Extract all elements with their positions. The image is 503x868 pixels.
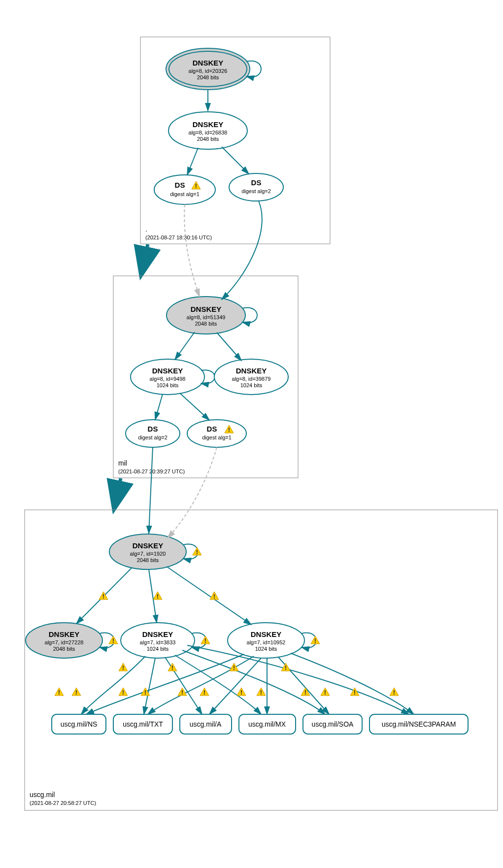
svg-text:digest alg=2: digest alg=2: [138, 434, 168, 440]
zone-root-ts: (2021-08-27 18:30:16 UTC): [145, 234, 212, 240]
svg-text:alg=8, id=9498: alg=8, id=9498: [150, 376, 186, 382]
svg-text:DNSKEY: DNSKEY: [251, 630, 282, 638]
svg-text:alg=8, id=39879: alg=8, id=39879: [232, 376, 271, 382]
node-root-ds1: [154, 175, 215, 204]
svg-text:DNSKEY: DNSKEY: [142, 630, 173, 638]
svg-text:alg=7, id=27228: alg=7, id=27228: [45, 639, 84, 645]
svg-text:DNSKEY: DNSKEY: [49, 630, 80, 638]
warning-icon: [210, 592, 219, 600]
record-soa: uscg.mil/SOA: [303, 714, 362, 734]
svg-text:DNSKEY: DNSKEY: [193, 120, 224, 129]
node-mil-ds2: [187, 420, 246, 447]
svg-text:alg=7, id=1920: alg=7, id=1920: [130, 551, 166, 557]
zone-uscg-name: uscg.mil: [30, 791, 55, 799]
svg-text:DNSKEY: DNSKEY: [191, 305, 222, 313]
record-txt: uscg.mil/TXT: [113, 714, 172, 734]
svg-text:DS: DS: [251, 178, 262, 187]
record-nsec: uscg.mil/NSEC3PARAM: [369, 714, 468, 734]
warning-icon: [55, 688, 64, 696]
svg-text:DNSKEY: DNSKEY: [236, 367, 267, 375]
zone-mil-name: mil: [118, 459, 127, 467]
svg-text:digest alg=1: digest alg=1: [202, 434, 232, 440]
svg-text:2048 bits: 2048 bits: [195, 321, 217, 327]
warning-icon: [72, 688, 81, 696]
warning-icon: [193, 547, 201, 556]
warning-icon: [321, 688, 330, 696]
zone-root-name: .: [145, 225, 147, 233]
svg-text:uscg.mil/SOA: uscg.mil/SOA: [312, 720, 354, 728]
zone-uscg-ts: (2021-08-27 20:58:27 UTC): [30, 800, 96, 806]
svg-text:DNSKEY: DNSKEY: [133, 541, 164, 550]
svg-text:2048 bits: 2048 bits: [197, 136, 219, 142]
svg-text:1024 bits: 1024 bits: [157, 382, 179, 388]
record-a: uscg.mil/A: [180, 714, 232, 734]
node-root-ds2: [229, 173, 283, 201]
svg-text:uscg.mil/A: uscg.mil/A: [190, 720, 222, 728]
svg-text:uscg.mil/NS: uscg.mil/NS: [61, 720, 98, 728]
svg-text:DS: DS: [207, 425, 217, 433]
svg-text:1024 bits: 1024 bits: [255, 646, 277, 652]
warning-icon: [201, 636, 210, 644]
svg-text:uscg.mil/TXT: uscg.mil/TXT: [123, 720, 163, 728]
svg-text:DS: DS: [148, 425, 158, 433]
record-mx: uscg.mil/MX: [239, 714, 296, 734]
svg-text:DS: DS: [175, 181, 185, 189]
svg-text:uscg.mil/NSEC3PARAM: uscg.mil/NSEC3PARAM: [382, 720, 456, 728]
warning-icon: [281, 663, 290, 671]
svg-text:1024 bits: 1024 bits: [147, 646, 169, 652]
svg-text:digest alg=2: digest alg=2: [241, 188, 271, 194]
svg-text:2048 bits: 2048 bits: [53, 646, 75, 652]
warning-icon: [311, 636, 320, 644]
warning-icon: [390, 688, 399, 696]
svg-text:alg=7, id=10952: alg=7, id=10952: [247, 639, 286, 645]
warning-icon: [230, 663, 238, 671]
record-ns: uscg.mil/NS: [52, 714, 106, 734]
svg-text:1024 bits: 1024 bits: [240, 382, 263, 388]
svg-text:alg=8, id=20326: alg=8, id=20326: [189, 68, 228, 74]
svg-text:alg=8, id=51349: alg=8, id=51349: [187, 314, 226, 320]
warning-icon: [257, 688, 266, 696]
zone-uscg: [25, 510, 498, 810]
warning-icon: [119, 663, 128, 671]
svg-text:2048 bits: 2048 bits: [197, 74, 219, 80]
warning-icon: [109, 636, 118, 644]
svg-text:DNSKEY: DNSKEY: [152, 367, 183, 375]
zone-arrow: [116, 478, 121, 501]
svg-text:digest alg=1: digest alg=1: [170, 191, 200, 197]
node-mil-ds1: [126, 420, 180, 447]
svg-text:alg=8, id=26838: alg=8, id=26838: [189, 130, 228, 135]
dnssec-diagram: ! . (2021-08-27 18:30:16 UTC) DNSKEY alg…: [10, 10, 503, 868]
svg-text:DNSKEY: DNSKEY: [193, 59, 224, 67]
warning-icon: [200, 688, 209, 696]
zone-arrow: [143, 244, 148, 267]
warning-icon: [153, 592, 162, 600]
warning-icon: [119, 688, 128, 696]
svg-text:uscg.mil/MX: uscg.mil/MX: [248, 720, 286, 728]
warning-icon: [237, 688, 246, 696]
svg-text:2048 bits: 2048 bits: [137, 557, 159, 563]
svg-text:alg=7, id=3833: alg=7, id=3833: [140, 639, 176, 645]
